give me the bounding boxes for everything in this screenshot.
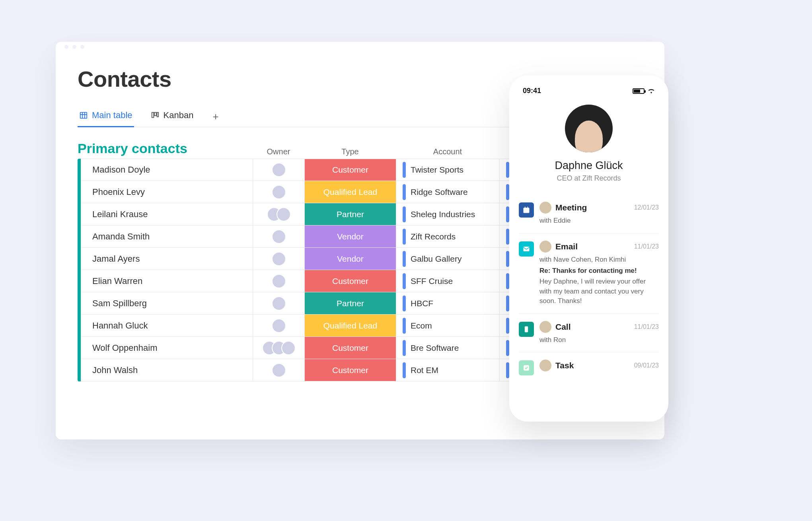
activity-date: 12/01/23: [634, 204, 659, 211]
activity-title: Task: [555, 361, 574, 370]
link-pill: [506, 273, 509, 289]
group-color-bar: [78, 159, 81, 381]
link-pill: [403, 162, 406, 178]
cell-owner[interactable]: [253, 337, 305, 359]
timeline-item-meeting[interactable]: Meeting12/01/23with Eddie: [519, 194, 659, 233]
contact-header: Daphne Glück CEO at Zift Records: [519, 105, 659, 183]
owner-avatar: [272, 319, 286, 333]
account-name: HBCF: [411, 299, 433, 308]
cell-owner[interactable]: [253, 248, 305, 270]
cell-account[interactable]: Ridge Software: [396, 181, 500, 203]
cell-account[interactable]: Sheleg Industries: [396, 203, 500, 225]
column-header-account[interactable]: Account: [396, 147, 499, 156]
cell-account[interactable]: Galbu Gallery: [396, 248, 500, 270]
cell-owner[interactable]: [253, 292, 305, 314]
cell-owner[interactable]: [253, 359, 305, 381]
cell-account[interactable]: Rot EM: [396, 359, 500, 381]
task-icon: [519, 360, 534, 375]
cell-name[interactable]: Amanda Smith: [81, 226, 253, 247]
cell-owner[interactable]: [253, 181, 305, 203]
owner-avatar: [272, 163, 286, 177]
cell-type[interactable]: Vendor: [305, 226, 396, 247]
activity-avatar: [539, 241, 551, 253]
cell-type[interactable]: Partner: [305, 203, 396, 225]
account-name: Bre Software: [411, 343, 459, 353]
cell-name[interactable]: Wolf Oppenhaim: [81, 337, 253, 359]
svg-rect-0: [80, 113, 87, 119]
owner-avatar: [272, 185, 286, 199]
link-pill: [506, 251, 509, 267]
activity-date: 11/01/23: [634, 323, 659, 330]
timeline-item-task[interactable]: Task09/01/23: [519, 352, 659, 383]
email-icon: [519, 241, 534, 257]
cell-type[interactable]: Customer: [305, 159, 396, 181]
cell-name[interactable]: Hannah Gluck: [81, 315, 253, 336]
cell-owner[interactable]: [253, 159, 305, 181]
timeline-item-call[interactable]: Call11/01/23with Ron: [519, 313, 659, 352]
add-view-button[interactable]: +: [210, 111, 221, 123]
table-icon: [79, 111, 88, 120]
cell-type[interactable]: Customer: [305, 337, 396, 359]
cell-type[interactable]: Qualified Lead: [305, 181, 396, 203]
cell-type[interactable]: Qualified Lead: [305, 315, 396, 336]
link-pill: [506, 295, 509, 311]
cell-name[interactable]: John Walsh: [81, 359, 253, 381]
cell-type[interactable]: Vendor: [305, 248, 396, 270]
cell-name[interactable]: Elian Warren: [81, 270, 253, 292]
link-pill: [403, 273, 406, 289]
cell-account[interactable]: HBCF: [396, 292, 500, 314]
cell-account[interactable]: Ecom: [396, 315, 500, 336]
cell-owner[interactable]: [253, 270, 305, 292]
activity-subtitle: with Eddie: [539, 216, 659, 226]
tab-kanban[interactable]: Kanban: [149, 106, 195, 127]
link-pill: [403, 362, 406, 378]
activity-date: 11/01/23: [634, 243, 659, 250]
owner-avatar: [281, 341, 296, 355]
cell-account[interactable]: SFF Cruise: [396, 270, 500, 292]
activity-title: Call: [555, 322, 571, 332]
contact-avatar[interactable]: [565, 105, 613, 152]
link-pill: [403, 251, 406, 267]
timeline-body: Email11/01/23with Nave Cohen, Ron KimhiR…: [539, 241, 659, 306]
kanban-icon: [151, 111, 160, 120]
cell-type[interactable]: Customer: [305, 270, 396, 292]
cell-name[interactable]: Leilani Krause: [81, 203, 253, 225]
cell-account[interactable]: Twister Sports: [396, 159, 500, 181]
column-header-owner[interactable]: Owner: [253, 147, 304, 156]
status-time: 09:41: [523, 87, 541, 95]
cell-account[interactable]: Zift Records: [396, 226, 500, 247]
mobile-preview: 09:41 Daphne Glück CEO at Zift Records M…: [509, 76, 668, 422]
meeting-icon: [519, 202, 534, 218]
cell-owner[interactable]: [253, 203, 305, 225]
cell-name[interactable]: Phoenix Levy: [81, 181, 253, 203]
cell-name[interactable]: Jamal Ayers: [81, 248, 253, 270]
link-pill: [403, 295, 406, 311]
cell-owner[interactable]: [253, 315, 305, 336]
link-pill: [506, 340, 509, 356]
cell-owner[interactable]: [253, 226, 305, 247]
account-name: Galbu Gallery: [411, 254, 461, 264]
email-body: Hey Daphne, I will review your offer wit…: [539, 277, 659, 306]
cell-account[interactable]: Bre Software: [396, 337, 500, 359]
svg-rect-4: [152, 113, 154, 118]
cell-type[interactable]: Customer: [305, 359, 396, 381]
group-title[interactable]: Primary contacts: [78, 141, 253, 156]
cell-type[interactable]: Partner: [305, 292, 396, 314]
account-name: Sheleg Industries: [411, 210, 475, 219]
timeline-body: Call11/01/23with Ron: [539, 321, 659, 345]
tab-label: Main table: [92, 110, 132, 121]
timeline-item-email[interactable]: Email11/01/23with Nave Cohen, Ron KimhiR…: [519, 233, 659, 313]
timeline-body: Task09/01/23: [539, 360, 659, 375]
link-pill: [403, 184, 406, 200]
link-pill: [506, 229, 509, 245]
activity-avatar: [539, 202, 551, 214]
account-name: Ecom: [411, 321, 432, 330]
traffic-dot: [80, 45, 84, 49]
tab-main-table[interactable]: Main table: [78, 106, 134, 127]
link-pill: [506, 318, 509, 334]
column-header-type[interactable]: Type: [304, 147, 396, 156]
link-pill: [506, 162, 509, 178]
svg-rect-5: [154, 113, 156, 116]
cell-name[interactable]: Madison Doyle: [81, 159, 253, 181]
cell-name[interactable]: Sam Spillberg: [81, 292, 253, 314]
